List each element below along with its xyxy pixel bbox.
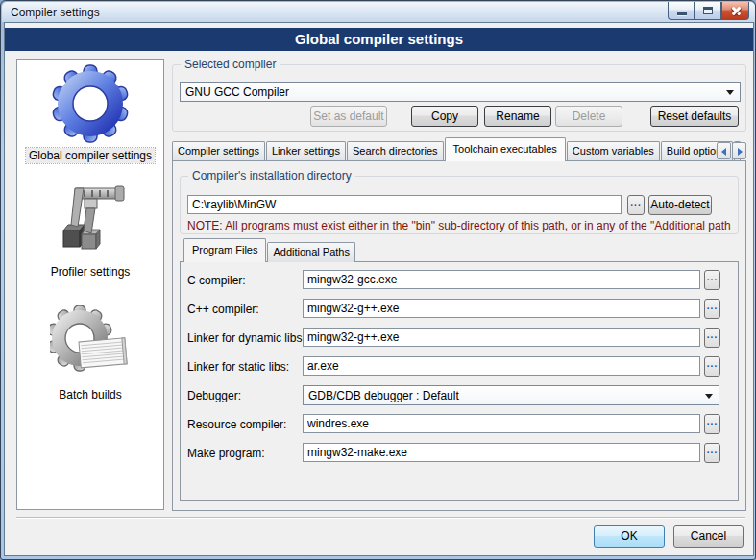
- c-compiler-input[interactable]: [303, 270, 700, 289]
- sidebar-item-label: Profiler settings: [48, 264, 134, 280]
- blue-gear-icon: [51, 133, 130, 146]
- sidebar-item-label: Batch builds: [56, 387, 124, 402]
- cpp-compiler-input[interactable]: [303, 299, 700, 318]
- tab-scroll-right-button[interactable]: [732, 142, 746, 159]
- minimize-icon: [677, 12, 687, 15]
- minimize-button[interactable]: [668, 2, 695, 20]
- static-linker-input[interactable]: [303, 356, 700, 376]
- dynamic-linker-input[interactable]: [303, 328, 700, 347]
- resource-compiler-browse-button[interactable]: ...: [704, 414, 720, 434]
- row-label-cpp-compiler: C++ compiler:: [187, 303, 259, 316]
- tab-compiler-settings[interactable]: Compiler settings: [172, 141, 265, 161]
- tab-scroll-left-button[interactable]: [717, 142, 731, 159]
- reset-defaults-button[interactable]: Reset defaults: [650, 106, 739, 127]
- chevron-down-icon: [705, 394, 713, 399]
- install-directory-input[interactable]: [187, 195, 622, 214]
- row-label-debugger: Debugger:: [187, 389, 241, 402]
- tab-search-directories[interactable]: Search directories: [347, 141, 444, 161]
- caliper-icon: [52, 249, 129, 262]
- dynamic-linker-browse-button[interactable]: ...: [704, 328, 720, 348]
- auto-detect-button[interactable]: Auto-detect: [648, 195, 712, 215]
- program-files-panel: [180, 261, 739, 501]
- ok-button[interactable]: OK: [594, 525, 665, 548]
- install-directory-browse-button[interactable]: ...: [627, 195, 645, 215]
- install-directory-note: NOTE: All programs must exist either in …: [187, 219, 731, 232]
- cpp-compiler-browse-button[interactable]: ...: [704, 299, 720, 319]
- arrow-left-icon: [721, 148, 726, 156]
- page-title: Global compiler settings: [5, 28, 753, 51]
- settings-category-list: Global compiler settings: [16, 59, 164, 510]
- install-directory-group-label: Compiler's installation directory: [188, 169, 355, 183]
- tab-custom-variables[interactable]: Custom variables: [567, 141, 660, 161]
- delete-button[interactable]: Delete: [555, 106, 622, 127]
- make-program-input[interactable]: [303, 443, 700, 462]
- chevron-down-icon: [726, 90, 734, 95]
- resource-compiler-input[interactable]: [303, 414, 700, 433]
- subtab-program-files[interactable]: Program Files: [183, 238, 266, 262]
- rename-button[interactable]: Rename: [484, 106, 551, 127]
- row-label-dynamic-linker: Linker for dynamic libs:: [187, 331, 305, 345]
- row-label-make-program: Make program:: [187, 447, 265, 460]
- settings-tabstrip: Compiler settings Linker settings Search…: [172, 137, 746, 161]
- maximize-button[interactable]: [695, 2, 721, 20]
- compiler-select-value: GNU GCC Compiler: [185, 85, 289, 99]
- close-button[interactable]: [721, 2, 749, 20]
- titlebar[interactable]: Compiler settings: [2, 2, 755, 22]
- subtab-additional-paths[interactable]: Additional Paths: [267, 242, 355, 262]
- copy-button[interactable]: Copy: [411, 106, 478, 127]
- footer-separator: [16, 517, 745, 519]
- window-title: Compiler settings: [11, 6, 100, 19]
- set-as-default-button[interactable]: Set as default: [310, 106, 387, 127]
- maximize-icon: [703, 7, 713, 14]
- window-controls: [668, 2, 749, 20]
- row-label-static-linker: Linker for static libs:: [187, 360, 289, 374]
- make-program-browse-button[interactable]: ...: [704, 443, 720, 463]
- debugger-select[interactable]: GDB/CDB debugger : Default: [303, 385, 719, 405]
- debugger-select-value: GDB/CDB debugger : Default: [308, 389, 459, 402]
- compiler-settings-dialog: Compiler settings Global compiler settin…: [0, 0, 756, 560]
- row-label-resource-compiler: Resource compiler:: [187, 418, 286, 431]
- compiler-select[interactable]: GNU GCC Compiler: [180, 82, 741, 102]
- arrow-right-icon: [738, 148, 743, 156]
- tab-linker-settings[interactable]: Linker settings: [266, 141, 346, 161]
- sidebar-item-label: Global compiler settings: [26, 148, 155, 163]
- tab-toolchain-executables[interactable]: Toolchain executables: [445, 137, 566, 161]
- batch-gear-icon: [50, 372, 131, 385]
- row-label-c-compiler: C compiler:: [187, 274, 246, 287]
- sidebar-item-profiler-settings[interactable]: Profiler settings: [17, 181, 163, 280]
- sidebar-item-batch-builds[interactable]: Batch builds: [17, 305, 163, 402]
- c-compiler-browse-button[interactable]: ...: [704, 270, 720, 290]
- static-linker-browse-button[interactable]: ...: [704, 356, 720, 377]
- sidebar-item-global-compiler-settings[interactable]: Global compiler settings: [17, 64, 163, 163]
- selected-compiler-group-label: Selected compiler: [181, 58, 280, 71]
- cancel-button[interactable]: Cancel: [673, 525, 744, 548]
- program-files-tabstrip: Program Files Additional Paths: [183, 238, 356, 262]
